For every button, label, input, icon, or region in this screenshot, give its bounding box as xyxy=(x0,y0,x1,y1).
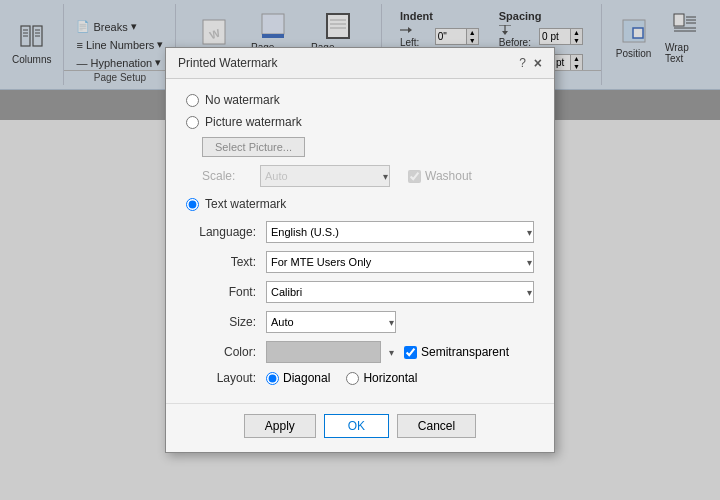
dialog-body: No watermark Picture watermark Select Pi… xyxy=(166,79,554,403)
printed-watermark-dialog: Printed Watermark ? × No watermark Pictu… xyxy=(165,47,555,453)
scale-label: Scale: xyxy=(202,169,252,183)
dialog-footer: Apply OK Cancel xyxy=(166,403,554,452)
washout-row: Washout xyxy=(408,169,472,183)
size-label: Size: xyxy=(186,315,256,329)
apply-button[interactable]: Apply xyxy=(244,414,316,438)
scale-dropdown-wrapper: Auto ▾ xyxy=(260,165,390,187)
dialog-close-button[interactable]: × xyxy=(534,56,542,70)
no-watermark-label[interactable]: No watermark xyxy=(205,93,280,107)
font-row: Font: Calibri ▾ xyxy=(186,281,534,303)
picture-section: Select Picture... Scale: Auto ▾ Washout xyxy=(202,137,534,187)
horizontal-label[interactable]: Horizontal xyxy=(363,371,417,385)
select-picture-button[interactable]: Select Picture... xyxy=(202,137,305,157)
layout-label: Layout: xyxy=(186,371,256,385)
cancel-button[interactable]: Cancel xyxy=(397,414,476,438)
semitransparent-label[interactable]: Semitransparent xyxy=(421,345,509,359)
language-row: Language: English (U.S.) ▾ xyxy=(186,221,534,243)
font-dropdown-wrapper: Calibri ▾ xyxy=(266,281,534,303)
layout-options: Diagonal Horizontal xyxy=(266,371,417,385)
scale-select[interactable]: Auto xyxy=(260,165,390,187)
diagonal-radio[interactable] xyxy=(266,372,279,385)
color-swatch[interactable] xyxy=(266,341,381,363)
text-watermark-label[interactable]: Text watermark xyxy=(205,197,286,211)
no-watermark-radio[interactable] xyxy=(186,94,199,107)
semitransparent-checkbox[interactable] xyxy=(404,346,417,359)
language-dropdown-wrapper: English (U.S.) ▾ xyxy=(266,221,534,243)
washout-checkbox[interactable] xyxy=(408,170,421,183)
text-dropdown-wrapper: For MTE Users Only ▾ xyxy=(266,251,534,273)
picture-watermark-radio[interactable] xyxy=(186,116,199,129)
color-label: Color: xyxy=(186,345,256,359)
dialog-overlay: Printed Watermark ? × No watermark Pictu… xyxy=(0,0,720,500)
language-select[interactable]: English (U.S.) xyxy=(266,221,534,243)
washout-label[interactable]: Washout xyxy=(425,169,472,183)
text-watermark-radio[interactable] xyxy=(186,198,199,211)
semitransparent-row: Semitransparent xyxy=(404,345,509,359)
dialog-help-button[interactable]: ? xyxy=(519,56,526,70)
text-select[interactable]: For MTE Users Only xyxy=(266,251,534,273)
size-row: Size: Auto ▾ xyxy=(186,311,534,333)
layout-row: Layout: Diagonal Horizontal xyxy=(186,371,534,385)
ok-button[interactable]: OK xyxy=(324,414,389,438)
diagonal-label[interactable]: Diagonal xyxy=(283,371,330,385)
color-arrow[interactable]: ▾ xyxy=(389,347,394,358)
dialog-controls: ? × xyxy=(519,56,542,70)
text-row: Text: For MTE Users Only ▾ xyxy=(186,251,534,273)
dialog-titlebar: Printed Watermark ? × xyxy=(166,48,554,79)
color-row: Color: ▾ Semitransparent xyxy=(186,341,534,363)
dialog-title: Printed Watermark xyxy=(178,56,278,70)
text-watermark-row: Text watermark xyxy=(186,197,534,211)
no-watermark-row: No watermark xyxy=(186,93,534,107)
text-label: Text: xyxy=(186,255,256,269)
font-select[interactable]: Calibri xyxy=(266,281,534,303)
size-select[interactable]: Auto xyxy=(266,311,396,333)
color-swatch-wrapper: ▾ xyxy=(266,341,396,363)
horizontal-radio[interactable] xyxy=(346,372,359,385)
scale-row: Scale: Auto ▾ Washout xyxy=(202,165,534,187)
picture-watermark-row: Picture watermark xyxy=(186,115,534,129)
picture-watermark-label[interactable]: Picture watermark xyxy=(205,115,302,129)
language-label: Language: xyxy=(186,225,256,239)
size-dropdown-wrapper: Auto ▾ xyxy=(266,311,396,333)
font-label: Font: xyxy=(186,285,256,299)
